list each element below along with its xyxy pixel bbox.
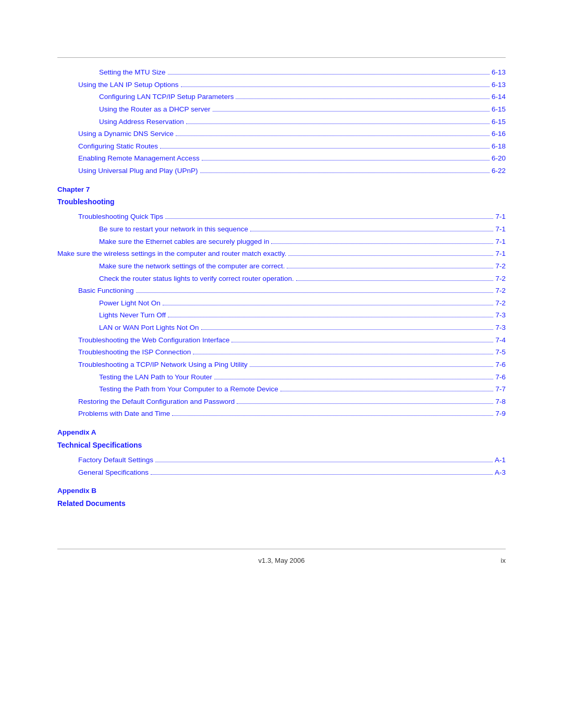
page-num: 7-9 xyxy=(495,408,506,420)
toc-entry-configuring-static-routes: Configuring Static Routes 6-18 xyxy=(57,140,506,153)
toc-entry-troubleshooting-quick-tips: Troubleshooting Quick Tips 7-1 xyxy=(57,211,506,223)
entry-title: Make sure the network settings of the co… xyxy=(99,260,285,273)
page-num: 7-2 xyxy=(495,285,506,297)
entry-title: Testing the LAN Path to Your Router xyxy=(99,371,212,384)
dots xyxy=(163,305,494,305)
dots xyxy=(155,462,493,462)
toc-entry-using-upnp: Using Universal Plug and Play (UPnP) 6-2… xyxy=(57,165,506,177)
toc-entry-restart-network: Be sure to restart your network in this … xyxy=(57,223,506,236)
toc-entry-power-light-not-on: Power Light Not On 7-2 xyxy=(57,297,506,310)
page-num: 6-15 xyxy=(492,116,506,128)
toc-entry-router-status-lights: Check the router status lights to verify… xyxy=(57,273,506,285)
footer-version: v1.3, May 2006 xyxy=(259,557,305,564)
entry-title: Troubleshooting a TCP/IP Network Using a… xyxy=(78,359,248,371)
toc-entry-troubleshoot-tcpip: Troubleshooting a TCP/IP Network Using a… xyxy=(57,359,506,371)
page-num: 7-3 xyxy=(495,309,506,322)
page-num: 6-14 xyxy=(492,91,506,103)
dots xyxy=(202,160,489,161)
dots xyxy=(200,172,489,173)
entry-title: Using the Router as a DHCP server xyxy=(99,103,211,116)
toc-entry-using-router-dhcp: Using the Router as a DHCP server 6-15 xyxy=(57,103,506,116)
page-num: 7-6 xyxy=(495,371,506,384)
page-num: 7-1 xyxy=(495,236,506,248)
dots xyxy=(271,243,493,244)
entry-title: Problems with Date and Time xyxy=(78,408,170,420)
footer-page: ix xyxy=(501,557,506,564)
page-num: 7-4 xyxy=(495,334,506,347)
page-container: Setting the MTU Size 6-13 Using the LAN … xyxy=(0,57,563,728)
page-num: 6-13 xyxy=(492,66,506,79)
chapter7-label: Chapter 7 xyxy=(57,183,506,196)
page-num: 6-20 xyxy=(492,152,506,165)
appendixA-title: Technical Specifications xyxy=(57,439,506,452)
dots xyxy=(193,354,493,354)
entry-title: Power Light Not On xyxy=(99,297,161,310)
entry-title: LAN or WAN Port Lights Not On xyxy=(99,322,199,334)
entry-title: Troubleshooting Quick Tips xyxy=(78,211,163,223)
toc-entry-using-dynamic-dns: Using a Dynamic DNS Service 6-16 xyxy=(57,128,506,140)
dots xyxy=(186,124,489,124)
entry-title: Check the router status lights to verify… xyxy=(99,273,294,285)
dots xyxy=(168,317,493,317)
dots xyxy=(250,366,494,367)
entry-title: Using Universal Plug and Play (UPnP) xyxy=(78,165,198,177)
entry-title: Setting the MTU Size xyxy=(99,66,166,79)
toc-entry-network-settings: Make sure the network settings of the co… xyxy=(57,260,506,273)
page-num: 7-7 xyxy=(495,383,506,396)
dots xyxy=(151,474,493,475)
entry-title: Be sure to restart your network in this … xyxy=(99,223,248,236)
dots xyxy=(172,415,493,416)
chapter7-heading: Chapter 7 Troubleshooting xyxy=(57,183,506,209)
page-num: A-1 xyxy=(495,454,506,466)
dots xyxy=(214,379,494,379)
dots xyxy=(176,135,489,136)
page-num: 6-15 xyxy=(492,103,506,116)
entry-title: Using Address Reservation xyxy=(99,116,184,128)
appendixA-label: Appendix A xyxy=(57,426,506,439)
entry-title: Factory Default Settings xyxy=(78,454,153,466)
dots xyxy=(236,98,489,99)
page-num: 7-6 xyxy=(495,359,506,371)
page-num: 6-13 xyxy=(492,79,506,91)
dots xyxy=(280,391,494,391)
entry-title: Configuring LAN TCP/IP Setup Parameters xyxy=(99,91,234,103)
content-area: Setting the MTU Size 6-13 Using the LAN … xyxy=(57,58,506,533)
appendixB-title: Related Documents xyxy=(57,497,506,510)
entry-title: Configuring Static Routes xyxy=(78,140,158,153)
dots xyxy=(168,74,489,75)
dots xyxy=(287,268,493,268)
toc-entry-using-address-reservation: Using Address Reservation 6-15 xyxy=(57,116,506,128)
toc-entry-problems-date-time: Problems with Date and Time 7-9 xyxy=(57,408,506,420)
page-num: 7-2 xyxy=(495,297,506,310)
page-num: 6-16 xyxy=(492,128,506,140)
toc-entry-wireless-settings: Make sure the wireless settings in the c… xyxy=(57,248,506,260)
entry-title: Using a Dynamic DNS Service xyxy=(78,128,174,140)
dots xyxy=(237,403,493,404)
page-num: 7-1 xyxy=(495,248,506,260)
dots xyxy=(201,329,494,330)
toc-entry-lan-wan-lights: LAN or WAN Port Lights Not On 7-3 xyxy=(57,322,506,334)
toc-entry-setting-mtu: Setting the MTU Size 6-13 xyxy=(57,66,506,79)
page-num: A-3 xyxy=(495,466,506,479)
entry-title: Troubleshooting the ISP Connection xyxy=(78,346,191,359)
appendixA-heading: Appendix A Technical Specifications xyxy=(57,426,506,452)
dots xyxy=(231,342,493,342)
toc-entry-ethernet-cables: Make sure the Ethernet cables are secure… xyxy=(57,236,506,248)
entry-title: Testing the Path from Your Computer to a… xyxy=(99,383,278,396)
page-num: 7-8 xyxy=(495,396,506,408)
dots xyxy=(136,292,494,293)
entry-title: Restoring the Default Configuration and … xyxy=(78,396,235,408)
page-num: 6-18 xyxy=(492,140,506,153)
toc-entry-troubleshoot-web-config: Troubleshooting the Web Configuration In… xyxy=(57,334,506,347)
page-num: 7-2 xyxy=(495,273,506,285)
chapter7-title: Troubleshooting xyxy=(57,195,506,208)
appendixB-heading: Appendix B Related Documents xyxy=(57,485,506,510)
page-num: 7-2 xyxy=(495,260,506,273)
page-num: 7-1 xyxy=(495,211,506,223)
dots xyxy=(160,148,489,149)
toc-entry-using-lan-ip: Using the LAN IP Setup Options 6-13 xyxy=(57,79,506,91)
toc-entry-troubleshoot-isp: Troubleshooting the ISP Connection 7-5 xyxy=(57,346,506,359)
toc-entry-basic-functioning: Basic Functioning 7-2 xyxy=(57,285,506,297)
entry-title: Enabling Remote Management Access xyxy=(78,152,200,165)
entry-title: Lights Never Turn Off xyxy=(99,309,166,322)
